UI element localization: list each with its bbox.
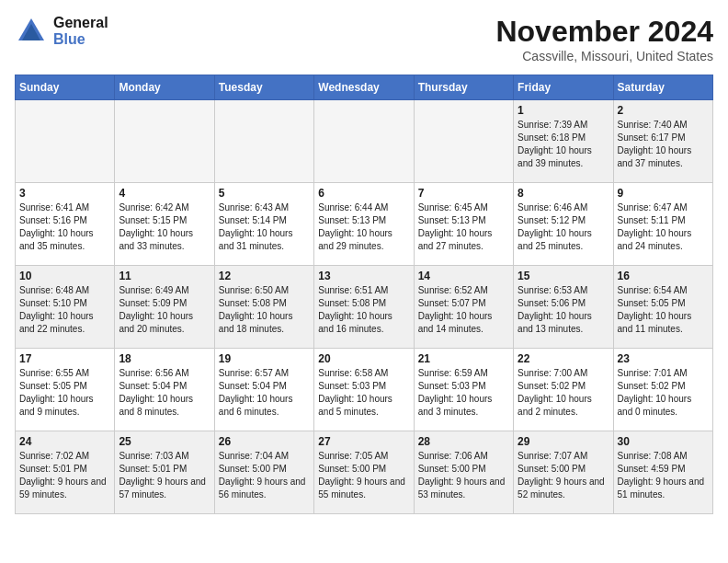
calendar-cell: 28Sunrise: 7:06 AMSunset: 5:00 PMDayligh… [414, 431, 513, 514]
weekday-header: Thursday [414, 75, 513, 100]
day-info: Sunrise: 6:43 AMSunset: 5:14 PMDaylight:… [219, 201, 310, 253]
calendar-cell: 13Sunrise: 6:51 AMSunset: 5:08 PMDayligh… [314, 266, 414, 349]
day-number: 9 [618, 187, 709, 200]
day-number: 4 [119, 187, 210, 200]
calendar-cell: 6Sunrise: 6:44 AMSunset: 5:13 PMDaylight… [314, 183, 414, 266]
day-number: 13 [318, 270, 409, 282]
calendar-cell [115, 100, 214, 183]
day-number: 16 [618, 270, 709, 282]
day-number: 5 [219, 187, 310, 200]
calendar-cell: 11Sunrise: 6:49 AMSunset: 5:09 PMDayligh… [115, 266, 214, 349]
calendar-cell [214, 100, 313, 183]
calendar-cell [414, 100, 513, 183]
day-info: Sunrise: 7:01 AMSunset: 5:02 PMDaylight:… [618, 367, 709, 419]
header: General Blue November 2024 Cassville, Mi… [15, 15, 713, 63]
calendar-header-row: SundayMondayTuesdayWednesdayThursdayFrid… [16, 75, 713, 100]
day-info: Sunrise: 6:50 AMSunset: 5:08 PMDaylight:… [219, 284, 310, 336]
day-number: 19 [219, 352, 310, 365]
calendar-cell: 8Sunrise: 6:46 AMSunset: 5:12 PMDaylight… [514, 183, 613, 266]
calendar: SundayMondayTuesdayWednesdayThursdayFrid… [15, 75, 713, 514]
calendar-cell: 14Sunrise: 6:52 AMSunset: 5:07 PMDayligh… [414, 266, 513, 349]
day-info: Sunrise: 6:52 AMSunset: 5:07 PMDaylight:… [418, 284, 509, 336]
day-number: 17 [19, 352, 110, 365]
day-number: 2 [618, 104, 709, 117]
day-info: Sunrise: 7:40 AMSunset: 6:17 PMDaylight:… [618, 119, 709, 170]
calendar-cell: 1Sunrise: 7:39 AMSunset: 6:18 PMDaylight… [514, 100, 613, 183]
calendar-week-row: 24Sunrise: 7:02 AMSunset: 5:01 PMDayligh… [16, 431, 713, 514]
calendar-cell [314, 100, 414, 183]
day-info: Sunrise: 6:46 AMSunset: 5:12 PMDaylight:… [518, 201, 609, 253]
day-info: Sunrise: 6:41 AMSunset: 5:16 PMDaylight:… [19, 201, 110, 253]
calendar-cell: 21Sunrise: 6:59 AMSunset: 5:03 PMDayligh… [414, 349, 513, 431]
day-number: 14 [418, 270, 509, 282]
day-info: Sunrise: 6:53 AMSunset: 5:06 PMDaylight:… [518, 284, 609, 336]
calendar-cell: 27Sunrise: 7:05 AMSunset: 5:00 PMDayligh… [314, 431, 414, 514]
day-info: Sunrise: 6:49 AMSunset: 5:09 PMDaylight:… [119, 284, 210, 336]
day-info: Sunrise: 6:58 AMSunset: 5:03 PMDaylight:… [318, 367, 409, 419]
calendar-cell: 17Sunrise: 6:55 AMSunset: 5:05 PMDayligh… [16, 349, 115, 431]
calendar-cell: 23Sunrise: 7:01 AMSunset: 5:02 PMDayligh… [613, 349, 712, 431]
weekday-header: Tuesday [214, 75, 313, 100]
day-info: Sunrise: 7:05 AMSunset: 5:00 PMDaylight:… [318, 450, 409, 501]
weekday-header: Monday [115, 75, 214, 100]
calendar-cell: 19Sunrise: 6:57 AMSunset: 5:04 PMDayligh… [214, 349, 313, 431]
day-number: 11 [119, 270, 210, 282]
day-number: 24 [19, 435, 110, 448]
day-number: 7 [418, 187, 509, 200]
calendar-cell: 2Sunrise: 7:40 AMSunset: 6:17 PMDaylight… [613, 100, 712, 183]
weekday-header: Friday [514, 75, 613, 100]
day-info: Sunrise: 6:44 AMSunset: 5:13 PMDaylight:… [318, 201, 409, 253]
day-info: Sunrise: 6:55 AMSunset: 5:05 PMDaylight:… [19, 367, 110, 419]
day-number: 18 [119, 352, 210, 365]
day-number: 1 [518, 104, 609, 117]
day-number: 30 [618, 435, 709, 448]
day-info: Sunrise: 6:56 AMSunset: 5:04 PMDaylight:… [119, 367, 210, 419]
calendar-cell: 10Sunrise: 6:48 AMSunset: 5:10 PMDayligh… [16, 266, 115, 349]
title-area: November 2024 Cassville, Missouri, Unite… [495, 15, 713, 63]
day-info: Sunrise: 7:04 AMSunset: 5:00 PMDaylight:… [219, 450, 310, 501]
day-info: Sunrise: 7:02 AMSunset: 5:01 PMDaylight:… [19, 450, 110, 501]
calendar-cell: 16Sunrise: 6:54 AMSunset: 5:05 PMDayligh… [613, 266, 712, 349]
calendar-week-row: 3Sunrise: 6:41 AMSunset: 5:16 PMDaylight… [16, 183, 713, 266]
day-number: 15 [518, 270, 609, 282]
day-info: Sunrise: 6:47 AMSunset: 5:11 PMDaylight:… [618, 201, 709, 253]
calendar-week-row: 17Sunrise: 6:55 AMSunset: 5:05 PMDayligh… [16, 349, 713, 431]
calendar-week-row: 1Sunrise: 7:39 AMSunset: 6:18 PMDaylight… [16, 100, 713, 183]
month-title: November 2024 [495, 15, 713, 49]
calendar-cell: 18Sunrise: 6:56 AMSunset: 5:04 PMDayligh… [115, 349, 214, 431]
calendar-cell: 26Sunrise: 7:04 AMSunset: 5:00 PMDayligh… [214, 431, 313, 514]
calendar-cell: 7Sunrise: 6:45 AMSunset: 5:13 PMDaylight… [414, 183, 513, 266]
day-number: 10 [19, 270, 110, 282]
calendar-cell: 30Sunrise: 7:08 AMSunset: 4:59 PMDayligh… [613, 431, 712, 514]
calendar-cell: 25Sunrise: 7:03 AMSunset: 5:01 PMDayligh… [115, 431, 214, 514]
day-number: 8 [518, 187, 609, 200]
day-info: Sunrise: 6:42 AMSunset: 5:15 PMDaylight:… [119, 201, 210, 253]
day-info: Sunrise: 6:57 AMSunset: 5:04 PMDaylight:… [219, 367, 310, 419]
day-info: Sunrise: 7:03 AMSunset: 5:01 PMDaylight:… [119, 450, 210, 501]
day-number: 28 [418, 435, 509, 448]
day-number: 26 [219, 435, 310, 448]
day-number: 12 [219, 270, 310, 282]
calendar-week-row: 10Sunrise: 6:48 AMSunset: 5:10 PMDayligh… [16, 266, 713, 349]
day-info: Sunrise: 6:54 AMSunset: 5:05 PMDaylight:… [618, 284, 709, 336]
calendar-cell [16, 100, 115, 183]
day-info: Sunrise: 7:08 AMSunset: 4:59 PMDaylight:… [618, 450, 709, 501]
calendar-cell: 29Sunrise: 7:07 AMSunset: 5:00 PMDayligh… [514, 431, 613, 514]
weekday-header: Saturday [613, 75, 712, 100]
day-number: 6 [318, 187, 409, 200]
calendar-cell: 20Sunrise: 6:58 AMSunset: 5:03 PMDayligh… [314, 349, 414, 431]
calendar-cell: 5Sunrise: 6:43 AMSunset: 5:14 PMDaylight… [214, 183, 313, 266]
day-info: Sunrise: 7:39 AMSunset: 6:18 PMDaylight:… [518, 119, 609, 170]
calendar-cell: 9Sunrise: 6:47 AMSunset: 5:11 PMDaylight… [613, 183, 712, 266]
day-number: 21 [418, 352, 509, 365]
day-number: 20 [318, 352, 409, 365]
calendar-cell: 24Sunrise: 7:02 AMSunset: 5:01 PMDayligh… [16, 431, 115, 514]
day-info: Sunrise: 6:59 AMSunset: 5:03 PMDaylight:… [418, 367, 509, 419]
logo-icon [15, 15, 48, 48]
logo-text: General Blue [53, 15, 108, 48]
day-number: 22 [518, 352, 609, 365]
logo: General Blue [15, 15, 108, 48]
calendar-cell: 22Sunrise: 7:00 AMSunset: 5:02 PMDayligh… [514, 349, 613, 431]
day-number: 29 [518, 435, 609, 448]
day-info: Sunrise: 7:00 AMSunset: 5:02 PMDaylight:… [518, 367, 609, 419]
